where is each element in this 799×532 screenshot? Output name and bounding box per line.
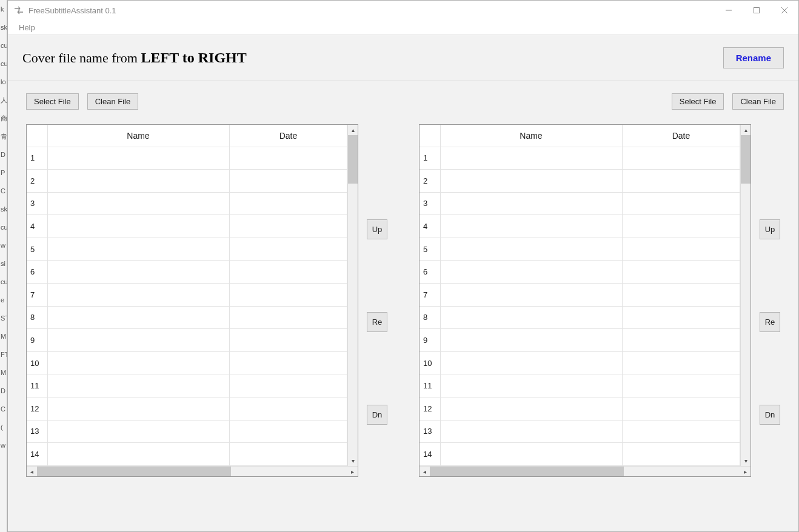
row-number[interactable]: 13 <box>420 420 440 443</box>
date-cell[interactable] <box>622 420 740 443</box>
row-number[interactable]: 6 <box>420 261 440 284</box>
name-cell[interactable] <box>47 284 229 307</box>
date-cell[interactable] <box>229 420 347 443</box>
table-row[interactable]: 7 <box>27 284 347 307</box>
scroll-up-icon[interactable]: ▴ <box>348 125 358 135</box>
table-row[interactable]: 5 <box>420 238 740 261</box>
name-cell[interactable] <box>440 284 622 307</box>
row-number[interactable]: 5 <box>420 238 440 261</box>
right-dn-button[interactable]: Dn <box>760 405 780 425</box>
table-row[interactable]: 11 <box>27 374 347 397</box>
right-up-button[interactable]: Up <box>760 219 780 239</box>
table-row[interactable]: 2 <box>420 170 740 193</box>
name-cell[interactable] <box>440 397 622 421</box>
name-cell[interactable] <box>440 374 622 397</box>
date-cell[interactable] <box>229 443 347 466</box>
table-row[interactable]: 1 <box>420 147 740 170</box>
name-cell[interactable] <box>440 420 622 443</box>
right-vertical-scrollbar[interactable]: ▴ ▾ <box>740 125 751 466</box>
scroll-right-icon[interactable]: ▸ <box>740 467 751 476</box>
left-date-header[interactable]: Date <box>229 125 347 147</box>
date-cell[interactable] <box>229 238 347 261</box>
name-cell[interactable] <box>440 238 622 261</box>
date-cell[interactable] <box>229 261 347 284</box>
name-cell[interactable] <box>440 306 622 329</box>
table-row[interactable]: 9 <box>420 329 740 352</box>
left-dn-button[interactable]: Dn <box>367 405 387 425</box>
right-name-header[interactable]: Name <box>440 125 622 147</box>
row-number[interactable]: 7 <box>27 284 47 307</box>
name-cell[interactable] <box>47 147 229 170</box>
row-number[interactable]: 6 <box>27 261 47 284</box>
name-cell[interactable] <box>47 351 229 374</box>
row-number[interactable]: 10 <box>27 351 47 374</box>
minimize-button[interactable] <box>715 1 743 20</box>
table-row[interactable]: 8 <box>420 306 740 329</box>
row-number[interactable]: 1 <box>420 147 440 170</box>
row-number[interactable]: 14 <box>420 443 440 466</box>
name-cell[interactable] <box>47 329 229 352</box>
row-number[interactable]: 7 <box>420 284 440 307</box>
left-re-button[interactable]: Re <box>367 312 387 332</box>
table-row[interactable]: 6 <box>27 261 347 284</box>
row-number[interactable]: 5 <box>27 238 47 261</box>
name-cell[interactable] <box>440 170 622 193</box>
left-vertical-scrollbar[interactable]: ▴ ▾ <box>347 125 358 466</box>
right-corner-header[interactable] <box>420 125 440 147</box>
rename-button[interactable]: Rename <box>723 47 784 68</box>
date-cell[interactable] <box>622 215 740 238</box>
table-row[interactable]: 4 <box>27 215 347 238</box>
table-row[interactable]: 8 <box>27 306 347 329</box>
name-cell[interactable] <box>440 192 622 215</box>
name-cell[interactable] <box>440 147 622 170</box>
scroll-down-icon[interactable]: ▾ <box>741 456 751 466</box>
table-row[interactable]: 2 <box>27 170 347 193</box>
scroll-down-icon[interactable]: ▾ <box>348 456 358 466</box>
row-number[interactable]: 2 <box>420 170 440 193</box>
left-up-button[interactable]: Up <box>367 219 387 239</box>
name-cell[interactable] <box>47 215 229 238</box>
name-cell[interactable] <box>47 306 229 329</box>
name-cell[interactable] <box>47 374 229 397</box>
table-row[interactable]: 13 <box>27 420 347 443</box>
right-select-file-button[interactable]: Select File <box>672 93 724 110</box>
date-cell[interactable] <box>229 147 347 170</box>
name-cell[interactable] <box>440 261 622 284</box>
row-number[interactable]: 3 <box>420 192 440 215</box>
scroll-right-icon[interactable]: ▸ <box>347 467 358 476</box>
date-cell[interactable] <box>622 261 740 284</box>
table-row[interactable]: 7 <box>420 284 740 307</box>
scroll-left-icon[interactable]: ◂ <box>420 467 430 476</box>
row-number[interactable]: 8 <box>27 306 47 329</box>
name-cell[interactable] <box>440 215 622 238</box>
scroll-up-icon[interactable]: ▴ <box>741 125 751 135</box>
scroll-thumb[interactable] <box>741 135 751 184</box>
table-row[interactable]: 11 <box>420 374 740 397</box>
date-cell[interactable] <box>622 306 740 329</box>
date-cell[interactable] <box>622 238 740 261</box>
scroll-left-icon[interactable]: ◂ <box>27 467 37 476</box>
right-date-header[interactable]: Date <box>622 125 740 147</box>
row-number[interactable]: 13 <box>27 420 47 443</box>
name-cell[interactable] <box>47 443 229 466</box>
right-clean-file-button[interactable]: Clean File <box>732 93 784 110</box>
date-cell[interactable] <box>622 351 740 374</box>
row-number[interactable]: 9 <box>27 329 47 352</box>
date-cell[interactable] <box>229 397 347 421</box>
scroll-thumb[interactable] <box>430 467 624 476</box>
date-cell[interactable] <box>622 192 740 215</box>
date-cell[interactable] <box>229 170 347 193</box>
date-cell[interactable] <box>229 306 347 329</box>
maximize-button[interactable] <box>743 1 771 20</box>
table-row[interactable]: 12 <box>420 397 740 421</box>
date-cell[interactable] <box>229 284 347 307</box>
scroll-thumb[interactable] <box>37 467 231 476</box>
left-name-header[interactable]: Name <box>47 125 229 147</box>
right-horizontal-scrollbar[interactable]: ◂ ▸ <box>420 466 751 476</box>
row-number[interactable]: 14 <box>27 443 47 466</box>
left-select-file-button[interactable]: Select File <box>26 93 79 110</box>
table-row[interactable]: 3 <box>27 192 347 215</box>
name-cell[interactable] <box>47 397 229 421</box>
date-cell[interactable] <box>229 351 347 374</box>
scroll-thumb[interactable] <box>348 135 358 184</box>
